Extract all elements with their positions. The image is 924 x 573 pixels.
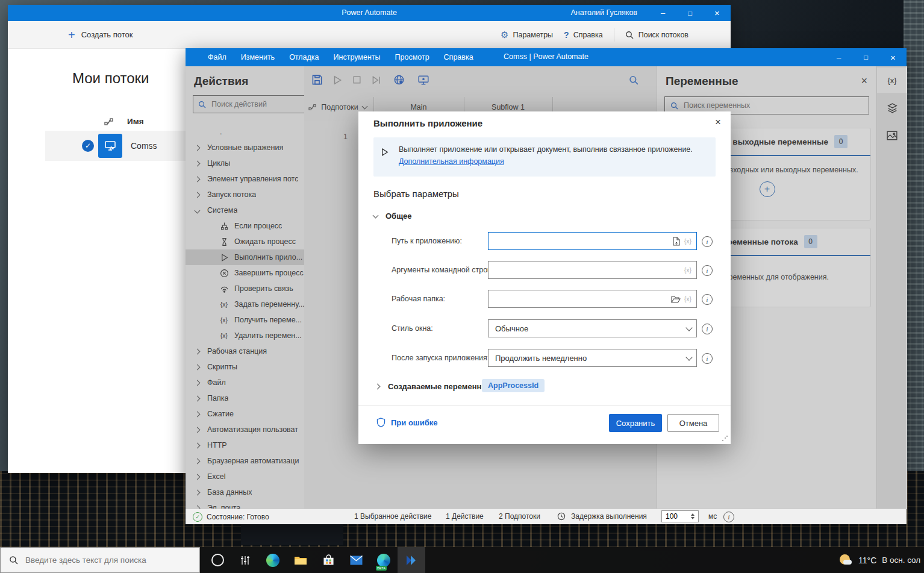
menu-file[interactable]: Файл (208, 53, 226, 61)
after-launch-select[interactable]: Продолжить немедленно (488, 349, 697, 367)
action-group[interactable]: Папка (186, 390, 304, 406)
cmd-args-input[interactable]: {x} (488, 261, 697, 279)
window-style-select[interactable]: Обычное (488, 319, 697, 337)
rail-variables-button[interactable]: {x} (877, 67, 907, 93)
save-icon[interactable] (311, 74, 323, 86)
actions-search[interactable] (193, 95, 305, 113)
action-item[interactable]: . (186, 124, 304, 140)
taskbar-search[interactable] (0, 547, 200, 573)
action-item[interactable]: Если процесс (186, 218, 304, 234)
produced-variable-pill[interactable]: AppProcessId (482, 379, 545, 392)
select-file-icon[interactable] (672, 237, 681, 246)
action-label: Папка (207, 394, 228, 402)
maximize-button[interactable]: □ (852, 54, 879, 61)
action-group[interactable]: Система (186, 202, 304, 218)
produced-variables-toggle[interactable]: Создаваемые переменные (375, 382, 493, 391)
action-group[interactable]: Рабочая станция (186, 343, 304, 359)
close-icon[interactable]: × (715, 116, 721, 128)
add-variable-icon[interactable]: + (760, 181, 775, 197)
general-section-toggle[interactable]: Общее (373, 211, 412, 221)
delay-input[interactable] (662, 512, 690, 521)
save-button[interactable]: Сохранить (609, 414, 662, 432)
close-icon[interactable]: × (861, 75, 867, 87)
action-group[interactable]: Сжатие (186, 406, 304, 422)
menu-debug[interactable]: Отладка (289, 53, 319, 61)
rail-images-icon[interactable] (877, 124, 907, 148)
variable-picker-icon[interactable]: {x} (684, 266, 691, 274)
more-info-link[interactable]: Дополнительная информация (399, 157, 504, 166)
on-error-button[interactable]: При ошибке (376, 418, 437, 428)
create-flow-button[interactable]: + Создать поток (68, 21, 133, 48)
search-flows-button[interactable]: Поиск потоков (625, 31, 688, 39)
file-explorer-button[interactable] (287, 547, 314, 573)
search-workspace-icon[interactable] (629, 75, 638, 85)
rail-ui-elements-icon[interactable] (877, 96, 907, 121)
task-view-button[interactable] (231, 547, 259, 573)
action-item[interactable]: Проверить связь (186, 281, 304, 296)
edge-beta-button[interactable]: BETA (370, 547, 398, 573)
mail-button[interactable] (342, 547, 370, 573)
main-titlebar[interactable]: Power Automate Анатолий Гусляков – □ × (8, 5, 731, 21)
resize-grip[interactable] (722, 436, 728, 442)
app-path-input[interactable]: {x} (488, 232, 697, 250)
chevron-right-icon (195, 442, 201, 448)
action-group[interactable]: Скрипты (186, 359, 304, 375)
info-icon: i (702, 265, 713, 276)
menu-edit[interactable]: Изменить (241, 53, 275, 61)
cortana-button[interactable] (204, 547, 231, 573)
action-group[interactable]: Браузерная автоматизаци (186, 453, 304, 469)
action-group[interactable]: Файл (186, 375, 304, 390)
actions-search-input[interactable] (210, 99, 299, 109)
close-button[interactable]: × (704, 8, 731, 18)
action-item[interactable]: Выполнить прило... (186, 249, 304, 265)
cancel-button[interactable]: Отмена (667, 414, 719, 432)
desktop-recorder-icon[interactable] (417, 75, 429, 86)
minimize-button[interactable]: – (825, 53, 852, 62)
stop-icon[interactable] (352, 75, 362, 85)
settings-button[interactable]: ⚙ Параметры (501, 30, 553, 40)
selected-check-icon[interactable]: ✓ (82, 140, 94, 152)
spinner-arrows[interactable] (691, 513, 695, 519)
web-recorder-icon[interactable] (393, 74, 405, 86)
action-item[interactable]: Завершить процесс (186, 265, 304, 281)
action-group[interactable]: Условные выражения (186, 140, 304, 155)
account-name[interactable]: Анатолий Гусляков (571, 8, 637, 17)
cmd-args-text[interactable] (489, 261, 684, 278)
flow-name[interactable]: Comss (131, 131, 157, 161)
action-item[interactable]: Ожидать процесс (186, 234, 304, 249)
action-item[interactable]: {x}Задать переменну... (186, 296, 304, 312)
action-item[interactable]: {x}Получить переме... (186, 312, 304, 328)
minimize-button[interactable]: – (649, 8, 676, 17)
action-group[interactable]: База данных (186, 484, 304, 500)
variable-picker-icon[interactable]: {x} (684, 237, 691, 245)
action-group[interactable]: Эл. почта (186, 500, 304, 509)
app-path-text[interactable] (489, 233, 672, 249)
beta-badge: BETA (376, 566, 387, 571)
store-button[interactable] (314, 547, 342, 573)
designer-titlebar[interactable]: Файл Изменить Отладка Инструменты Просмо… (186, 48, 907, 66)
action-group[interactable]: Запуск потока (186, 187, 304, 202)
close-button[interactable]: × (879, 52, 907, 63)
action-group[interactable]: Элемент управления потс (186, 171, 304, 187)
action-group[interactable]: HTTP (186, 437, 304, 453)
branch-icon (219, 222, 229, 231)
power-automate-taskbar-button[interactable] (398, 547, 425, 573)
delay-spinner[interactable] (661, 510, 699, 522)
run-icon[interactable] (332, 75, 343, 86)
edge-button[interactable] (259, 547, 287, 573)
action-group[interactable]: Циклы (186, 155, 304, 171)
select-folder-icon[interactable] (671, 295, 681, 303)
action-item[interactable]: {x}Удалить перемен... (186, 328, 304, 343)
weather-widget[interactable]: 11°C В осн. сол (838, 547, 924, 573)
taskbar-search-input[interactable] (24, 555, 195, 565)
work-folder-input[interactable]: {x} (488, 290, 697, 308)
action-group[interactable]: Excel (186, 469, 304, 484)
name-column-header[interactable]: Имя (127, 117, 144, 126)
step-icon[interactable] (371, 75, 382, 86)
work-folder-text[interactable] (489, 290, 671, 307)
action-group[interactable]: Автоматизация пользоват (186, 422, 304, 437)
variables-search-input[interactable] (682, 101, 863, 110)
maximize-button[interactable]: □ (676, 10, 704, 17)
help-button[interactable]: ? Справка (564, 30, 603, 40)
variable-picker-icon[interactable]: {x} (684, 295, 691, 302)
